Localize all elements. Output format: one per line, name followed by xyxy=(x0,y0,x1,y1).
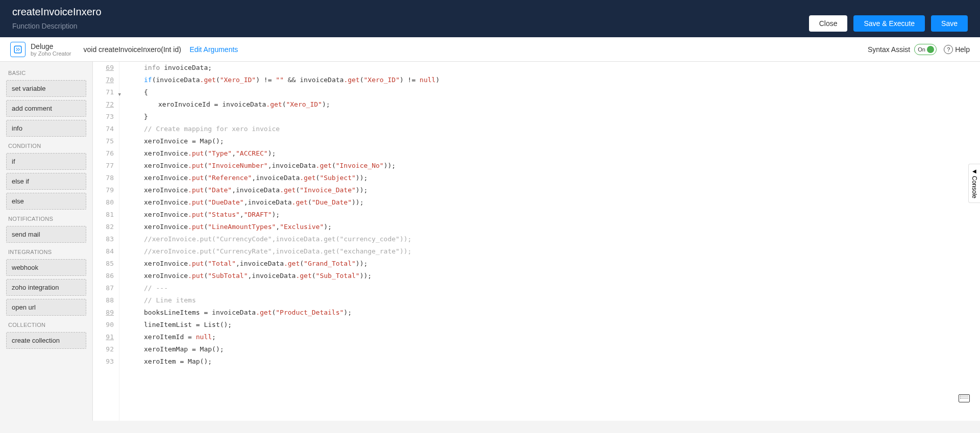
syntax-assist-control: Syntax Assist On xyxy=(868,44,937,55)
line-number[interactable]: 80 xyxy=(98,196,114,209)
line-number[interactable]: 90 xyxy=(98,319,114,331)
line-number[interactable]: 77 xyxy=(98,160,114,172)
function-signature: void createInvoiceInxero(Int id) xyxy=(83,45,181,54)
help-label: Help xyxy=(955,45,970,54)
svg-rect-0 xyxy=(14,46,21,53)
code-line[interactable]: xeroInvoice.put("DueDate",invoiceData.ge… xyxy=(130,196,980,209)
code-line[interactable]: xeroInvoice.put("Status","DRAFT"); xyxy=(130,209,980,221)
line-number[interactable]: 79 xyxy=(98,184,114,196)
line-number[interactable]: 87 xyxy=(98,282,114,294)
line-number[interactable]: 88 xyxy=(98,294,114,307)
save-button[interactable]: Save xyxy=(931,15,968,32)
code-line[interactable]: xeroInvoiceId = invoiceData.get("Xero_ID… xyxy=(130,98,980,111)
code-content[interactable]: info invoiceData;if(invoiceData.get("Xer… xyxy=(119,62,980,421)
line-number[interactable]: 76 xyxy=(98,147,114,160)
code-line[interactable]: } xyxy=(130,111,980,123)
line-number[interactable]: 86 xyxy=(98,270,114,282)
edit-arguments-link[interactable]: Edit Arguments xyxy=(189,45,238,54)
code-line[interactable]: if(invoiceData.get("Xero_ID") != "" && i… xyxy=(130,74,980,86)
code-line[interactable]: xeroInvoice.put("LineAmountTypes","Exclu… xyxy=(130,221,980,233)
console-toggle[interactable]: ◀ Console xyxy=(968,164,980,203)
brand-byline: by Zoho Creator xyxy=(31,50,71,57)
sidebar-section-label: NOTIFICATIONS xyxy=(8,216,84,222)
function-subtitle: Function Description xyxy=(12,22,102,30)
save-execute-button[interactable]: Save & Execute xyxy=(853,15,925,32)
sidebar-snippet-item[interactable]: if xyxy=(6,153,86,170)
line-number[interactable]: 92 xyxy=(98,343,114,355)
sidebar-snippet-item[interactable]: else if xyxy=(6,173,86,190)
line-number[interactable]: 72 xyxy=(98,98,114,111)
code-line[interactable]: xeroInvoice.put("InvoiceNumber",invoiceD… xyxy=(130,160,980,172)
code-line[interactable]: lineItemList = List(); xyxy=(130,319,980,331)
toggle-state-label: On xyxy=(918,46,925,53)
line-number[interactable]: 71▼ xyxy=(98,86,114,98)
code-line[interactable]: // Create mapping for xero invoice xyxy=(130,123,980,135)
line-number[interactable]: 81 xyxy=(98,209,114,221)
brand-name: Deluge xyxy=(31,42,71,50)
line-number[interactable]: 69 xyxy=(98,62,114,74)
line-number[interactable]: 74 xyxy=(98,123,114,135)
sidebar-snippet-item[interactable]: else xyxy=(6,193,86,210)
sidebar-section-label: COLLECTION xyxy=(8,322,84,328)
main-area: BASICset variableadd commentinfoCONDITIO… xyxy=(0,62,980,421)
code-line[interactable]: // Line items xyxy=(130,294,980,307)
chevron-left-icon: ◀ xyxy=(972,168,976,174)
keyboard-icon[interactable] xyxy=(959,394,970,402)
snippet-sidebar: BASICset variableadd commentinfoCONDITIO… xyxy=(0,62,93,421)
syntax-assist-label: Syntax Assist xyxy=(868,45,910,54)
code-line[interactable]: //xeroInvoice.put("CurrencyRate",invoice… xyxy=(130,245,980,258)
bottom-strip xyxy=(0,421,980,433)
line-number[interactable]: 78 xyxy=(98,172,114,184)
code-line[interactable]: // --- xyxy=(130,282,980,294)
code-line[interactable]: xeroItem = Map(); xyxy=(130,355,980,368)
code-line[interactable]: booksLineItems = invoiceData.get("Produc… xyxy=(130,307,980,319)
code-editor[interactable]: 697071▼727374757677787980818283848586878… xyxy=(93,62,980,421)
line-number[interactable]: 89 xyxy=(98,307,114,319)
sub-header-left: Deluge by Zoho Creator void createInvoic… xyxy=(10,42,238,57)
line-number[interactable]: 82 xyxy=(98,221,114,233)
sidebar-section-label: BASIC xyxy=(8,70,84,76)
sub-header-right: Syntax Assist On ? Help xyxy=(868,44,970,55)
deluge-brand: Deluge by Zoho Creator xyxy=(10,42,71,57)
help-link[interactable]: ? Help xyxy=(944,45,970,54)
code-line[interactable]: //xeroInvoice.put("CurrencyCode",invoice… xyxy=(130,233,980,245)
header-actions: Close Save & Execute Save xyxy=(809,6,968,32)
line-number[interactable]: 83 xyxy=(98,233,114,245)
code-line[interactable]: xeroInvoice.put("Type","ACCREC"); xyxy=(130,147,980,160)
toggle-knob xyxy=(927,46,934,53)
sidebar-snippet-item[interactable]: open url xyxy=(6,299,86,316)
code-line[interactable]: { xyxy=(130,86,980,98)
code-line[interactable]: xeroInvoice.put("Total",invoiceData.get(… xyxy=(130,258,980,270)
line-number[interactable]: 93 xyxy=(98,355,114,368)
code-line[interactable]: xeroItemId = null; xyxy=(130,331,980,343)
header-bar: createInvoiceInxero Function Description… xyxy=(0,0,980,37)
line-number[interactable]: 73 xyxy=(98,111,114,123)
code-line[interactable]: xeroItemMap = Map(); xyxy=(130,343,980,355)
sidebar-snippet-item[interactable]: send mail xyxy=(6,226,86,243)
syntax-assist-toggle[interactable]: On xyxy=(914,44,937,55)
line-number[interactable]: 75 xyxy=(98,135,114,147)
sidebar-snippet-item[interactable]: add comment xyxy=(6,100,86,117)
line-number[interactable]: 85 xyxy=(98,258,114,270)
console-label: Console xyxy=(971,176,978,198)
sidebar-snippet-item[interactable]: zoho integration xyxy=(6,279,86,296)
sidebar-snippet-item[interactable]: webhook xyxy=(6,259,86,276)
sidebar-section-label: CONDITION xyxy=(8,143,84,149)
header-left: createInvoiceInxero Function Description xyxy=(12,6,102,30)
help-icon: ? xyxy=(944,45,953,54)
code-line[interactable]: xeroInvoice = Map(); xyxy=(130,135,980,147)
function-title: createInvoiceInxero xyxy=(12,6,102,18)
close-button[interactable]: Close xyxy=(809,15,848,32)
sidebar-snippet-item[interactable]: info xyxy=(6,120,86,137)
fold-icon[interactable]: ▼ xyxy=(116,88,121,93)
code-line[interactable]: xeroInvoice.put("Date",invoiceData.get("… xyxy=(130,184,980,196)
sidebar-snippet-item[interactable]: create collection xyxy=(6,332,86,349)
line-number[interactable]: 70 xyxy=(98,74,114,86)
line-gutter: 697071▼727374757677787980818283848586878… xyxy=(93,62,119,421)
line-number[interactable]: 91 xyxy=(98,331,114,343)
code-line[interactable]: xeroInvoice.put("Reference",invoiceData.… xyxy=(130,172,980,184)
line-number[interactable]: 84 xyxy=(98,245,114,258)
code-line[interactable]: info invoiceData; xyxy=(130,62,980,74)
code-line[interactable]: xeroInvoice.put("SubTotal",invoiceData.g… xyxy=(130,270,980,282)
sidebar-snippet-item[interactable]: set variable xyxy=(6,80,86,97)
